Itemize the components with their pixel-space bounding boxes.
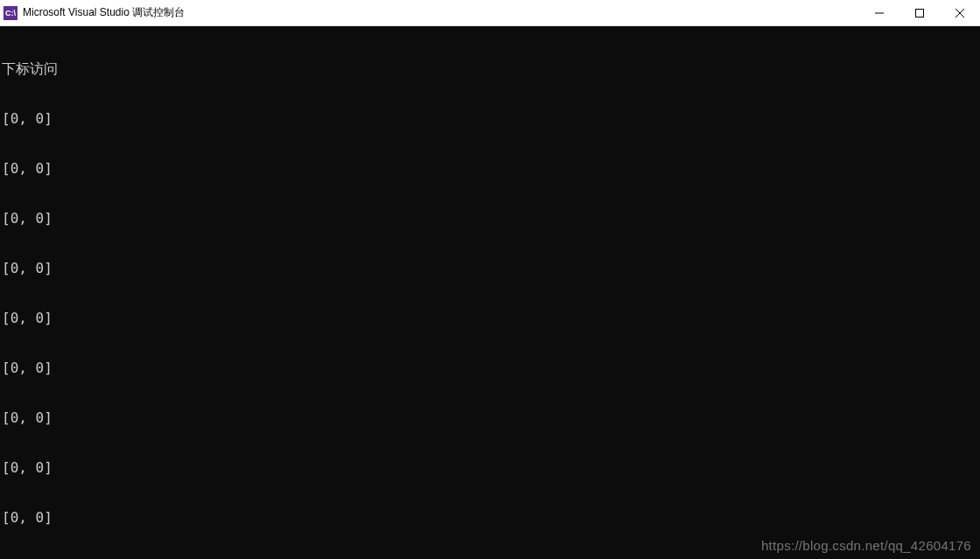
maximize-button[interactable]	[900, 0, 940, 26]
watermark-text: https://blog.csdn.net/qq_42604176	[761, 537, 971, 554]
window-title: Microsoft Visual Studio 调试控制台	[23, 5, 185, 20]
app-icon: C:\	[4, 6, 18, 20]
console-row: [0, 0]	[2, 110, 978, 127]
console-output[interactable]: 下标访问 [0, 0] [0, 0] [0, 0] [0, 0] [0, 0] …	[0, 26, 980, 559]
console-row: [0, 0]	[2, 509, 978, 526]
svg-rect-0	[916, 10, 924, 17]
close-icon	[956, 9, 964, 17]
title-bar: C:\ Microsoft Visual Studio 调试控制台	[0, 0, 980, 26]
minimize-icon	[875, 9, 884, 17]
console-row: [0, 0]	[2, 459, 978, 476]
console-row: [0, 0]	[2, 310, 978, 326]
maximize-icon	[915, 9, 924, 17]
console-header-line: 下标访问	[2, 60, 978, 77]
close-button[interactable]	[940, 0, 980, 26]
console-row: [0, 0]	[2, 260, 978, 276]
console-row: [0, 0]	[2, 160, 978, 177]
console-row: [0, 0]	[2, 210, 978, 227]
minimize-button[interactable]	[859, 0, 900, 26]
title-bar-left: C:\ Microsoft Visual Studio 调试控制台	[4, 5, 185, 20]
console-row: [0, 0]	[2, 360, 978, 376]
window-controls	[859, 0, 980, 26]
console-row: [0, 0]	[2, 409, 978, 426]
